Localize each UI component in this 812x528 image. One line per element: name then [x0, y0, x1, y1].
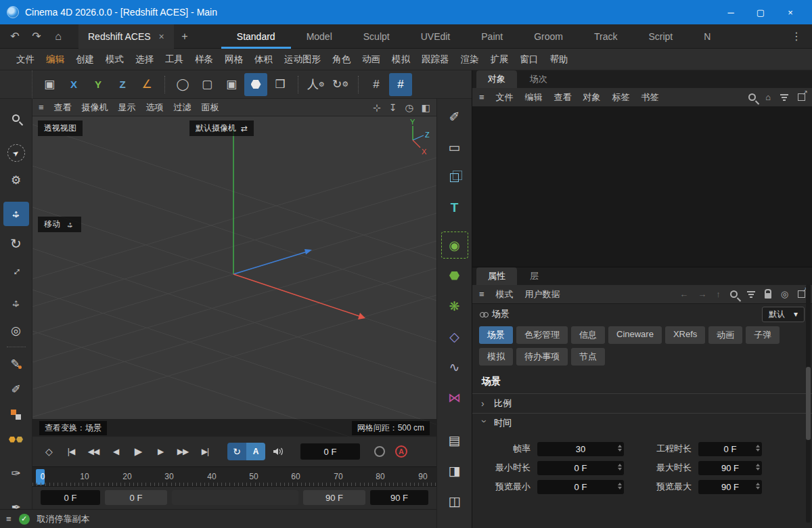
- coordinate-system-button[interactable]: ∠: [135, 73, 158, 96]
- previous-frame-button[interactable]: ◀: [106, 443, 125, 460]
- spinner-icon[interactable]: [618, 483, 622, 489]
- axis-y-lock-button[interactable]: Y: [87, 73, 110, 96]
- project-duration-field[interactable]: 0 F: [698, 442, 762, 456]
- attr-tab-scene[interactable]: 场景: [479, 326, 513, 344]
- spinner-icon[interactable]: [756, 445, 760, 452]
- om-menu-file[interactable]: 文件: [496, 91, 514, 104]
- enable-snap-button[interactable]: #: [389, 73, 412, 96]
- am-export-icon[interactable]: ↗: [798, 290, 805, 298]
- autokey-indicator[interactable]: A: [395, 445, 407, 458]
- range-start-field[interactable]: 0 F: [41, 490, 100, 505]
- om-filter-icon[interactable]: [780, 94, 788, 101]
- layout-tab-paint[interactable]: Paint: [466, 24, 518, 49]
- max-time-field[interactable]: 90 F: [698, 461, 762, 475]
- om-menu-edit[interactable]: 编辑: [525, 91, 543, 104]
- spline-path-button[interactable]: ∿: [441, 353, 468, 380]
- layout-tab-node[interactable]: N: [688, 24, 726, 49]
- menu-mode[interactable]: 模式: [106, 53, 124, 66]
- move-tool-button[interactable]: ↔↕: [3, 202, 29, 226]
- solid-cube-button[interactable]: ▣: [220, 73, 243, 96]
- next-key-button[interactable]: ▶▶: [173, 443, 192, 460]
- range-track[interactable]: [172, 490, 298, 505]
- axis-mode-button[interactable]: ◎: [3, 318, 29, 343]
- menu-window[interactable]: 窗口: [520, 53, 539, 66]
- menu-create[interactable]: 创建: [76, 53, 94, 66]
- vp-menu-options[interactable]: 选项: [146, 102, 164, 114]
- layout-tab-groom[interactable]: Groom: [518, 24, 579, 49]
- layout-tab-standard[interactable]: Standard: [221, 24, 291, 49]
- am-menu-mode[interactable]: 模式: [496, 288, 514, 301]
- om-search-icon[interactable]: [748, 93, 756, 101]
- viewport-hamburger-icon[interactable]: ≡: [39, 102, 44, 112]
- spinner-icon[interactable]: [618, 464, 622, 470]
- clone-objects-button[interactable]: ❒: [269, 73, 292, 96]
- tab-objects[interactable]: 对象: [476, 70, 517, 88]
- scrollbar-thumb[interactable]: [806, 367, 811, 440]
- previous-key-button[interactable]: ◀◀: [84, 443, 103, 460]
- layout-tab-model[interactable]: Model: [291, 24, 348, 49]
- symmetry-button[interactable]: ⋈: [441, 384, 468, 411]
- home-button[interactable]: ⌂: [47, 24, 69, 49]
- menu-extensions[interactable]: 扩展: [491, 53, 509, 66]
- vp-menu-camera[interactable]: 摄像机: [82, 102, 108, 114]
- am-filter-icon[interactable]: [747, 291, 755, 298]
- transform-tool-button[interactable]: ↔↕: [3, 291, 29, 315]
- om-menu-tags[interactable]: 标签: [612, 91, 630, 104]
- vp-menu-panel[interactable]: 面板: [202, 102, 219, 114]
- am-lock-icon[interactable]: [765, 293, 771, 299]
- history-icon[interactable]: ◷: [405, 102, 413, 113]
- range-end-field[interactable]: 90 F: [370, 490, 428, 505]
- menu-volume[interactable]: 体积: [254, 53, 273, 66]
- menu-file[interactable]: 文件: [16, 53, 35, 66]
- cube-object-button[interactable]: [441, 164, 468, 191]
- record-button[interactable]: [374, 446, 385, 457]
- menu-mograph[interactable]: 运动图形: [284, 53, 321, 66]
- go-to-start-button[interactable]: |◀: [62, 443, 81, 460]
- object-list[interactable]: [472, 107, 812, 267]
- pen-tool-button[interactable]: ✐: [3, 377, 29, 401]
- pan-hand-icon[interactable]: ⊹: [373, 102, 381, 113]
- framerate-field[interactable]: 30: [537, 442, 624, 456]
- spline-pen-button[interactable]: ✐: [441, 103, 468, 130]
- om-menu-bookmarks[interactable]: 书签: [641, 91, 659, 104]
- am-back-icon[interactable]: ←: [679, 289, 688, 299]
- am-menu-userdata[interactable]: 用户数据: [525, 288, 560, 301]
- attr-tab-animation[interactable]: 动画: [708, 326, 742, 344]
- menu-spline[interactable]: 样条: [195, 53, 213, 66]
- attr-tab-color[interactable]: 色彩管理: [516, 326, 568, 344]
- attribute-scrollbar[interactable]: [806, 284, 811, 523]
- camera-group-button[interactable]: ◫: [441, 487, 468, 514]
- panel-toggle-icon[interactable]: ◧: [422, 102, 430, 113]
- close-tab-icon[interactable]: ×: [159, 31, 164, 42]
- editable-cube-button[interactable]: ▢: [196, 73, 219, 96]
- attr-tab-info[interactable]: 信息: [571, 326, 605, 344]
- attr-tab-nodes[interactable]: 节点: [571, 348, 605, 366]
- layout-tab-script[interactable]: Script: [633, 24, 688, 49]
- preview-min-field[interactable]: 0 F: [537, 480, 624, 494]
- maximize-button[interactable]: ▢: [746, 0, 775, 24]
- min-time-field[interactable]: 0 F: [537, 461, 624, 475]
- spinner-icon[interactable]: [756, 483, 760, 489]
- vp-menu-view[interactable]: 查看: [54, 102, 72, 114]
- spinner-icon[interactable]: [756, 464, 760, 470]
- attr-tab-simulation[interactable]: 模拟: [479, 348, 513, 366]
- go-to-end-button[interactable]: ▶|: [196, 443, 215, 460]
- vp-menu-filter[interactable]: 过滤: [174, 102, 191, 114]
- am-up-icon[interactable]: ↑: [716, 289, 721, 299]
- material-hex-button[interactable]: [3, 427, 29, 452]
- timeline-ruler[interactable]: 0 10 20 30 40 50 60 70 80 90: [32, 466, 436, 487]
- am-forward-icon[interactable]: →: [698, 289, 706, 299]
- menu-mesh[interactable]: 网格: [225, 53, 243, 66]
- vp-menu-display[interactable]: 显示: [118, 102, 136, 114]
- om-export-icon[interactable]: ↗: [798, 93, 805, 101]
- knife-tool-button[interactable]: ✎: [3, 351, 29, 376]
- spline-primitive-button[interactable]: ◯: [171, 73, 194, 96]
- keyframe-button[interactable]: ◇: [39, 443, 58, 460]
- preview-max-field[interactable]: 90 F: [698, 480, 762, 494]
- zoom-tool-button[interactable]: [3, 106, 29, 130]
- undo-button[interactable]: ↶: [4, 24, 26, 49]
- layout-tab-track[interactable]: Track: [579, 24, 633, 49]
- range-end-handle[interactable]: 90 F: [303, 490, 365, 505]
- menu-render[interactable]: 渲染: [461, 53, 479, 66]
- document-tab[interactable]: Redshift ACES ×: [78, 24, 174, 49]
